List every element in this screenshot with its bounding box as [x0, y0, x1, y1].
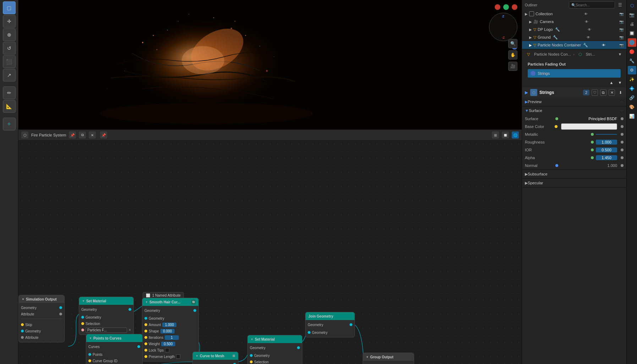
pin-icon[interactable]: 📌 [69, 131, 76, 139]
collection-row[interactable]: ▶ Collection 👁 📷 [522, 10, 626, 18]
ground-row[interactable]: ▶ ▽ Ground 🔧 👁 📷 [522, 33, 626, 41]
dplogo-row[interactable]: ▶ ▽ DP Logo 🔧 👁 📷 [522, 26, 626, 33]
render-icon-btn[interactable]: 📷 [628, 11, 636, 19]
world-btn[interactable]: 🔴 [628, 47, 636, 56]
constraints-btn[interactable]: 🔗 [628, 94, 636, 102]
x-close-dot[interactable] [512, 4, 517, 10]
base-color-swatch[interactable] [561, 123, 617, 130]
sh-amount-val[interactable]: 1.000 [162, 323, 176, 327]
snap-icon[interactable]: 📌 [100, 131, 107, 139]
join-geometry-node: Join Geometry Geometry Geometry [305, 312, 355, 337]
svg-point-15 [213, 17, 214, 18]
breadcrumb-item-2[interactable]: Stri... [586, 52, 595, 56]
camera-row[interactable]: ▶ 🎥 Camera 👁 📷 [522, 18, 626, 26]
view-options[interactable]: ⊞ [492, 131, 499, 139]
alpha-value[interactable]: 1.450 [596, 155, 617, 160]
dplogo-eye[interactable]: 👁 [588, 28, 591, 32]
dplogo-render[interactable]: 📷 [619, 28, 624, 32]
preview-header[interactable]: ▶ Preview ⋯ [522, 97, 626, 106]
transform-tool[interactable]: ↗ [3, 69, 16, 82]
alpha-out-socket [621, 156, 624, 159]
copy-icon[interactable]: ⧉ [79, 131, 86, 139]
sm1-material-value[interactable]: Particles F... [86, 327, 127, 333]
mod-heart-btn[interactable]: ♡ [592, 89, 598, 96]
sm2-geo-in [250, 354, 253, 357]
modifier-expand-arrow[interactable]: ▶ [525, 90, 528, 95]
view-layer-btn[interactable]: 🔲 [628, 29, 636, 38]
sm1-clear-btn[interactable]: ✕ [128, 328, 131, 332]
editor-type-icon[interactable]: ⬡ [21, 131, 28, 139]
sh-iter-val[interactable]: 1 [165, 335, 179, 340]
sh-lock-checkbox[interactable] [165, 348, 169, 352]
surface-shader-out-socket [621, 117, 624, 120]
particle-nodes-row[interactable]: ▶ ▽ Particle Nodes Container 🔧 👁 📷 [522, 41, 626, 49]
close-icon[interactable]: ✕ [89, 131, 96, 139]
ground-eye[interactable]: 👁 [587, 35, 590, 39]
surface-shader-row: Surface Principled BSDF [522, 115, 626, 123]
object-btn[interactable]: 🔧 [628, 57, 636, 65]
sh-preserve-checkbox[interactable] [176, 354, 180, 359]
rotate-tool[interactable]: ↺ [3, 42, 16, 55]
output-icon-btn[interactable]: 🖨 [628, 20, 636, 28]
left-toolbar: ▢ ✛ ⊕ ↺ ⬛ ↗ ✏ 📐 + [0, 0, 18, 364]
add-tool[interactable]: + [3, 118, 16, 130]
alpha-socket [591, 156, 594, 159]
select-tool[interactable]: ▢ [3, 1, 16, 14]
collection-eye[interactable]: 👁 [584, 12, 588, 16]
cursor-tool[interactable]: ✛ [3, 15, 16, 28]
ground-render[interactable]: 📷 [619, 35, 624, 39]
move-tool[interactable]: ⊕ [3, 28, 16, 41]
camera-eye[interactable]: 👁 [585, 20, 588, 24]
normal-value[interactable]: 1.000 [560, 163, 617, 168]
ctm-label: Curve to Mesh [200, 354, 224, 358]
data-btn[interactable]: 📊 [628, 112, 636, 121]
annotate-tool[interactable]: ✏ [3, 86, 16, 99]
breadcrumb-item-1[interactable]: Particle Nodes Con... [534, 52, 571, 56]
subsurface-header[interactable]: ▶ Subsurface [522, 170, 626, 178]
metallic-value[interactable] [596, 134, 617, 135]
physics-btn[interactable]: 💠 [628, 84, 636, 93]
material-btn[interactable]: 🎨 [628, 103, 636, 111]
subsurface-arrow: ▶ [525, 172, 528, 177]
ior-value[interactable]: 0.500 [596, 147, 617, 152]
mod-copy-btn[interactable]: ⧉ [600, 89, 606, 96]
strings-label: Strings [538, 71, 550, 75]
sh-weight-val[interactable]: 0.500 [161, 342, 175, 346]
mod-close-btn[interactable]: ✕ [609, 89, 615, 96]
surface-header[interactable]: ▼ Surface ⋯ [522, 106, 626, 115]
pn-eye[interactable]: 👁 [602, 43, 605, 47]
pn-render[interactable]: 📷 [619, 43, 624, 47]
scene-props-btn[interactable]: 🌐 [628, 38, 636, 47]
sh-shape-val[interactable]: 0.000 [160, 329, 175, 334]
zoom-icon[interactable]: 🔍 [508, 39, 517, 48]
surface-shader-value[interactable]: Principled BSDF [560, 117, 617, 121]
camera-view-icon[interactable]: 🎥 [508, 62, 517, 71]
sm1-geo-in [81, 316, 84, 319]
breadcrumb-expand[interactable]: ▼ [616, 51, 624, 58]
measure-tool[interactable]: 📐 [3, 100, 16, 113]
mod-menu-btn[interactable]: ⬇ [617, 89, 624, 96]
collection-render[interactable]: 📷 [619, 12, 624, 16]
viewport-shade[interactable]: 🌐 [512, 131, 519, 139]
alpha-row: Alpha 1.450 [522, 154, 626, 162]
scale-tool[interactable]: ⬛ [3, 55, 16, 68]
overlay-options[interactable]: 🔲 [502, 131, 509, 139]
search-input[interactable] [576, 3, 621, 7]
breadcrumb-object-icon: ▽ [525, 51, 532, 58]
expand-up-btn[interactable]: ▲ [608, 79, 615, 86]
navigation-gizmo[interactable]: Z -Z [489, 13, 517, 41]
scene-icon-btn[interactable]: ⬡ [628, 1, 636, 10]
camera-render[interactable]: 📷 [619, 20, 624, 24]
metallic-socket [591, 133, 594, 136]
expand-down-btn[interactable]: ▼ [616, 79, 624, 86]
roughness-value[interactable]: 1.000 [596, 140, 617, 145]
base-color-out-socket [621, 125, 624, 128]
particles-btn[interactable]: ✨ [628, 75, 636, 84]
outliner-label: Outliner [525, 3, 537, 7]
modifier-btn[interactable]: ⚙ [628, 66, 636, 74]
specular-header[interactable]: ▶ Specular [522, 179, 626, 187]
pan-icon[interactable]: ✋ [508, 50, 517, 60]
strings-item[interactable]: Strings [528, 69, 621, 78]
svg-point-17 [234, 21, 236, 22]
filter-icon[interactable]: ☰ [616, 1, 624, 9]
